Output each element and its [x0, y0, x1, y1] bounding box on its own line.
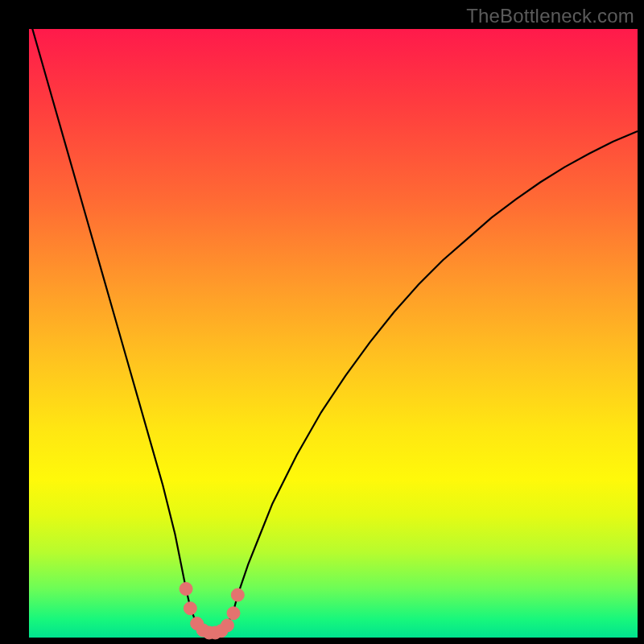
plot-area	[29, 29, 638, 638]
data-marker	[184, 602, 196, 615]
data-marker	[180, 583, 192, 596]
data-marker	[231, 588, 244, 601]
chart-frame: TheBottleneck.com	[0, 0, 644, 644]
bottleneck-curve	[29, 29, 638, 638]
data-marker	[221, 619, 233, 632]
data-marker	[227, 607, 240, 620]
watermark-text: TheBottleneck.com	[466, 5, 634, 27]
